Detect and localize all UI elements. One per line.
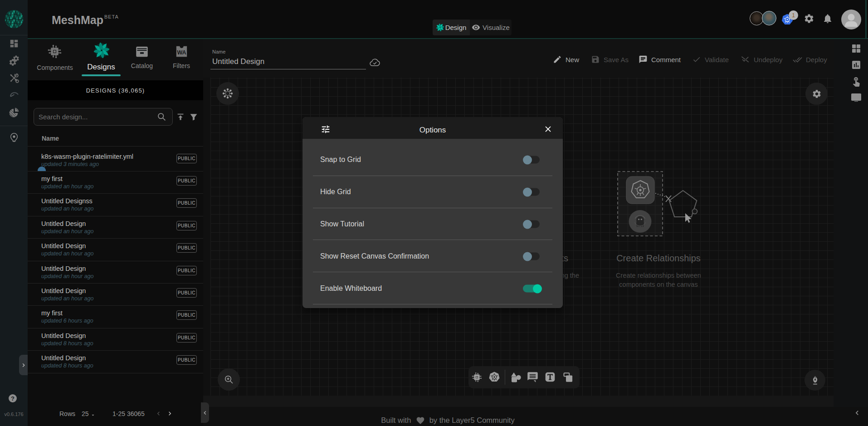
- svg-text:WA: WA: [177, 49, 186, 56]
